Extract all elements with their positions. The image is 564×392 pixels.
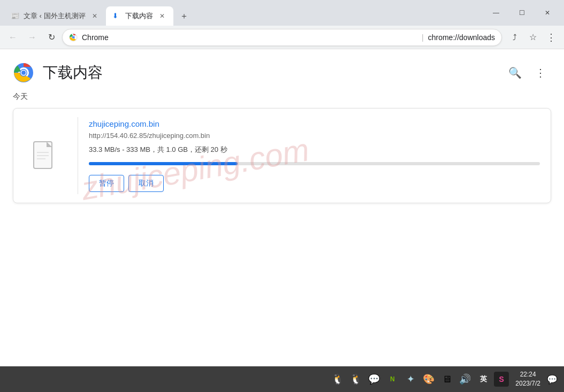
forward-button[interactable]: → bbox=[24, 29, 41, 46]
new-tab-button[interactable]: ＋ bbox=[176, 9, 193, 24]
qq2-icon[interactable]: 🐧 bbox=[348, 372, 363, 387]
page-content: zhujiceping.com 下载内容 🔍 ⋮ 今天 bbox=[0, 49, 564, 366]
share-button[interactable]: ⤴ bbox=[506, 29, 523, 46]
tab1-close-button[interactable]: ✕ bbox=[90, 11, 100, 21]
browser-window: 📰 文章 ‹ 国外主机测评 ✕ ⬇ 下载内容 ✕ ＋ — ☐ ✕ ← → ↻ bbox=[0, 0, 564, 392]
wechat-icon[interactable]: 💬 bbox=[367, 372, 382, 387]
tabs-area: 📰 文章 ‹ 国外主机测评 ✕ ⬇ 下载内容 ✕ ＋ bbox=[0, 6, 479, 26]
system-clock: 22:24 2023/7/2 bbox=[515, 370, 540, 388]
download-actions: 暂停 取消 bbox=[89, 175, 540, 192]
progress-bar bbox=[89, 162, 540, 165]
ime-icon[interactable]: 英 bbox=[476, 372, 491, 387]
taskbar: 🐧 🐧 💬 N ✦ 🎨 🖥 🔊 英 S 22:24 2023/7/2 💬 bbox=[0, 366, 564, 392]
address-url: chrome://downloads bbox=[428, 33, 495, 42]
window-controls: — ☐ ✕ bbox=[479, 4, 564, 26]
refresh-button[interactable]: ↻ bbox=[43, 29, 60, 46]
close-button[interactable]: ✕ bbox=[535, 4, 560, 21]
progress-bar-fill bbox=[89, 162, 238, 165]
nav-actions: ⤴ ☆ ⋮ bbox=[506, 29, 560, 46]
sogou-icon[interactable]: S bbox=[494, 372, 509, 387]
tab-inactive[interactable]: 📰 文章 ‹ 国外主机测评 ✕ bbox=[4, 6, 106, 26]
page-title: 下载内容 bbox=[43, 63, 496, 83]
downloads-list: 今天 bbox=[0, 92, 564, 366]
document-icon bbox=[33, 141, 56, 170]
minimize-button[interactable]: — bbox=[484, 4, 508, 21]
notification-button[interactable]: 💬 bbox=[545, 372, 560, 387]
title-bar: 📰 文章 ‹ 国外主机测评 ✕ ⬇ 下载内容 ✕ ＋ — ☐ ✕ bbox=[0, 0, 564, 26]
downloads-header: 下载内容 🔍 ⋮ bbox=[0, 49, 564, 92]
today-label: 今天 bbox=[13, 92, 551, 102]
color-icon[interactable]: 🎨 bbox=[421, 372, 436, 387]
tab2-favicon: ⬇ bbox=[112, 12, 121, 20]
download-url: http://154.40.62.85/zhujiceping.com.bin bbox=[89, 132, 540, 140]
file-icon bbox=[33, 141, 58, 171]
tab2-close-button[interactable]: ✕ bbox=[157, 11, 167, 21]
chrome-logo-large-icon bbox=[13, 62, 34, 83]
sys-tray: 22:24 2023/7/2 💬 bbox=[515, 370, 560, 388]
taskbar-icons: 🐧 🐧 💬 N ✦ 🎨 🖥 🔊 英 S bbox=[330, 372, 509, 387]
menu-button[interactable]: ⋮ bbox=[543, 29, 560, 46]
download-filename[interactable]: zhujiceping.com.bin bbox=[89, 119, 540, 128]
download-status: 33.3 MB/s - 333 MB，共 1.0 GB，还剩 20 秒 bbox=[89, 145, 540, 155]
tab1-title: 文章 ‹ 国外主机测评 bbox=[24, 11, 86, 21]
search-button[interactable]: 🔍 bbox=[504, 62, 525, 83]
volume-icon[interactable]: 🔊 bbox=[458, 372, 472, 387]
cancel-button[interactable]: 取消 bbox=[128, 175, 164, 192]
tab-active[interactable]: ⬇ 下载内容 ✕ bbox=[106, 6, 173, 26]
monitor-icon[interactable]: 🖥 bbox=[439, 372, 454, 387]
svg-point-3 bbox=[72, 36, 74, 39]
qq-icon[interactable]: 🐧 bbox=[330, 372, 345, 387]
back-button[interactable]: ← bbox=[4, 29, 21, 46]
tab2-title: 下载内容 bbox=[125, 11, 153, 21]
download-info: zhujiceping.com.bin http://154.40.62.85/… bbox=[78, 109, 551, 203]
chrome-logo-icon bbox=[69, 33, 78, 42]
bluetooth-icon[interactable]: ✦ bbox=[403, 372, 418, 387]
address-brand: Chrome bbox=[82, 33, 417, 42]
file-icon-area bbox=[13, 109, 78, 203]
more-options-button[interactable]: ⋮ bbox=[530, 62, 551, 83]
nav-bar: ← → ↻ Chrome | chrome://downloads ⤴ ☆ ⋮ bbox=[0, 26, 564, 49]
address-separator: | bbox=[422, 33, 424, 42]
pause-button[interactable]: 暂停 bbox=[89, 175, 124, 192]
nvidia-icon[interactable]: N bbox=[385, 372, 400, 387]
download-item: zhujiceping.com.bin http://154.40.62.85/… bbox=[13, 108, 551, 203]
clock-time: 22:24 bbox=[515, 370, 540, 379]
maximize-button[interactable]: ☐ bbox=[509, 4, 534, 21]
svg-point-8 bbox=[21, 71, 26, 75]
clock-date: 2023/7/2 bbox=[515, 379, 540, 388]
header-actions: 🔍 ⋮ bbox=[504, 62, 551, 83]
bookmark-button[interactable]: ☆ bbox=[524, 29, 542, 46]
tab1-favicon: 📰 bbox=[11, 12, 19, 20]
address-bar[interactable]: Chrome | chrome://downloads bbox=[62, 29, 502, 46]
